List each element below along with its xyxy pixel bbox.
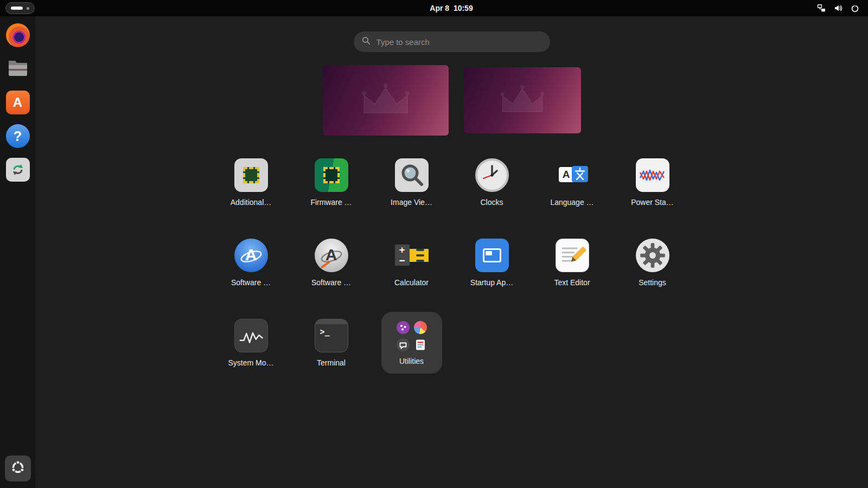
analog-clock-icon [475,158,509,192]
app-label: Additional… [231,198,272,207]
search-input[interactable] [375,37,542,47]
app-label: Terminal [317,358,346,367]
app-terminal[interactable]: >_ Terminal [291,303,372,383]
pie-chart-icon [413,320,427,335]
search-icon [362,36,371,47]
magnifier-photo-icon [395,158,429,192]
app-firmware[interactable]: Firmware … [291,142,372,222]
app-additional-drivers[interactable]: Additional… [211,142,291,222]
workspace-thumbnails [35,65,868,136]
dock-item-firefox[interactable] [5,22,31,48]
calculator-icon: + − [395,239,429,272]
characters-icon [396,320,410,335]
show-applications-button[interactable] [5,455,31,481]
cjk-letter-icon [572,166,588,182]
dock-item-software-updater[interactable] [5,157,31,183]
search-bar[interactable] [354,31,550,52]
app-language[interactable]: A Language … [532,142,612,222]
power-icon[interactable] [851,4,859,12]
app-label: System Mo… [228,358,273,367]
app-label: Startup Ap… [470,278,513,287]
ubuntu-software-icon: A [6,91,30,114]
system-status-area[interactable] [817,4,863,12]
workspace-thumbnail-2[interactable] [464,67,581,133]
firefox-icon [6,23,30,47]
notepad-pencil-icon [556,239,589,272]
dock-item-ubuntu-software[interactable]: A [5,89,31,115]
app-grid: Additional… Firmware … Image Vie… [35,142,868,383]
software-gray-icon: A [315,239,348,272]
active-workspace-dash [11,7,23,10]
utilities-folder[interactable]: Utilities [381,312,442,374]
dock-item-help[interactable]: ? [5,123,31,149]
startup-window-icon [475,239,509,272]
inactive-workspace-dot [27,7,29,10]
clock[interactable]: Apr 8 10:59 [430,4,473,12]
app-label: Image Vie… [391,198,432,207]
app-startup-applications[interactable]: Startup Ap… [452,222,532,303]
app-label: Firmware … [310,198,352,207]
gear-icon [636,239,669,272]
app-software-blue[interactable]: A Software … [211,222,291,303]
app-label: Calculator [394,278,429,287]
utilities-mini-grid [396,320,427,352]
app-label: Text Editor [554,278,590,287]
app-clocks[interactable]: Clocks [452,142,532,222]
translate-icon: A [556,158,589,192]
help-icon: ? [6,124,30,148]
app-folder-utilities[interactable]: Utilities [372,303,452,383]
dock: A ? [0,16,35,488]
app-system-monitor[interactable]: System Mo… [211,303,291,383]
activities-overview: Additional… Firmware … Image Vie… [35,16,868,488]
app-software-gray[interactable]: A Software … [291,222,372,303]
app-label: Clocks [480,198,503,207]
app-settings[interactable]: Settings [612,222,693,303]
app-power-statistics[interactable]: Power Sta… [612,142,693,222]
volume-icon[interactable] [834,4,843,12]
app-image-viewer[interactable]: Image Vie… [372,142,452,222]
app-label: Utilities [399,357,424,365]
drivers-chip-icon [234,158,268,192]
top-bar: Apr 8 10:59 [0,0,868,16]
crown-wallpaper-motif [353,81,418,119]
chat-bubble-icon [396,338,410,352]
ubuntu-logo-icon [10,460,25,477]
app-text-editor[interactable]: Text Editor [532,222,612,303]
crown-wallpaper-motif [493,83,552,118]
app-calculator[interactable]: + − Calculator [372,222,452,303]
app-label: Language … [550,198,593,207]
workspace-thumbnail-1[interactable] [323,65,449,136]
app-label: Power Sta… [631,198,674,207]
files-folder-icon [6,56,30,82]
app-label: Settings [639,278,666,287]
dock-item-files[interactable] [5,56,31,82]
workspace-indicator[interactable] [5,2,35,14]
software-updater-icon [6,158,30,182]
app-label: Software … [311,278,351,287]
waveform-icon [636,158,669,192]
monitor-wave-icon [234,319,268,352]
document-icon [413,338,427,352]
network-icon[interactable] [817,4,826,12]
terminal-icon: >_ [315,319,348,352]
app-label: Software … [231,278,271,287]
software-blue-icon: A [234,239,268,272]
firmware-chip-icon [315,158,348,192]
